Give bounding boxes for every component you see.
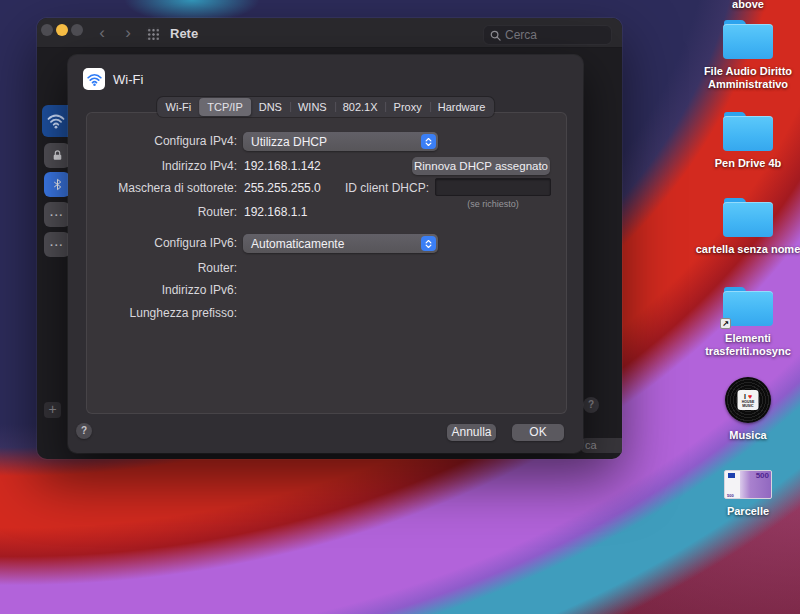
sheet-help-button[interactable]: ? bbox=[76, 423, 92, 439]
zoom-button[interactable] bbox=[71, 24, 83, 36]
ipv4-address-value: 192.168.1.142 bbox=[244, 157, 321, 176]
dhcp-client-id-label: ID client DHCP: bbox=[317, 179, 429, 198]
tcpip-sheet: Wi-Fi Wi-Fi TCP/IP DNS WINS 802.1X Proxy… bbox=[68, 55, 583, 453]
wifi-icon bbox=[46, 111, 66, 131]
search-field[interactable] bbox=[483, 25, 612, 45]
desktop-icon-pen-drive[interactable]: Pen Drive 4b bbox=[693, 112, 800, 170]
sheet-title: Wi-Fi bbox=[113, 72, 143, 87]
dhcp-client-id-hint: (se richiesto) bbox=[435, 199, 551, 209]
window-titlebar[interactable]: ‹ › Rete bbox=[37, 18, 622, 48]
tab-proxy[interactable]: Proxy bbox=[386, 98, 430, 116]
ellipsis-icon: ··· bbox=[50, 239, 64, 251]
back-icon[interactable]: ‹ bbox=[93, 22, 111, 44]
window-title: Rete bbox=[170, 26, 198, 41]
minimize-button[interactable] bbox=[56, 24, 68, 36]
prefix-length-label: Lunghezza prefisso: bbox=[87, 304, 237, 323]
sidebar-item-service-1[interactable]: ··· bbox=[44, 202, 70, 227]
desktop-icon-file-audio[interactable]: File Audio Diritto Amministrativo bbox=[693, 20, 800, 91]
tab-bar: Wi-Fi TCP/IP DNS WINS 802.1X Proxy Hardw… bbox=[157, 97, 495, 117]
tab-wins[interactable]: WINS bbox=[290, 98, 335, 116]
ipv4-config-label: Configura IPv4: bbox=[87, 132, 237, 151]
desktop-icon-elementi-trasferiti[interactable]: ↗ Elementi trasferiti.nosync bbox=[693, 287, 800, 358]
show-all-grid-icon[interactable] bbox=[146, 27, 159, 40]
tab-wifi[interactable]: Wi-Fi bbox=[158, 98, 200, 116]
desktop-icon-cut[interactable]: above bbox=[693, 0, 800, 11]
lock-icon bbox=[51, 149, 64, 162]
desktop-icon-cartella-senza-nome[interactable]: cartella senza nome bbox=[693, 198, 800, 256]
window-help-button[interactable]: ? bbox=[583, 397, 599, 413]
ok-button[interactable]: OK bbox=[512, 424, 564, 441]
apply-button-partial[interactable]: ca bbox=[581, 438, 622, 453]
desktop-icon-label: Parcelle bbox=[693, 505, 800, 518]
desktop-icon-label: File Audio Diritto Amministrativo bbox=[693, 65, 800, 91]
bluetooth-icon bbox=[51, 178, 64, 191]
folder-icon bbox=[723, 112, 773, 151]
tab-dns[interactable]: DNS bbox=[251, 98, 290, 116]
dhcp-client-id-field[interactable] bbox=[435, 178, 551, 196]
tab-8021x[interactable]: 802.1X bbox=[335, 98, 386, 116]
search-icon bbox=[490, 30, 501, 41]
wifi-app-icon bbox=[83, 68, 105, 90]
eu-flag-icon bbox=[728, 473, 735, 478]
ipv6-config-label: Configura IPv6: bbox=[87, 234, 237, 253]
desktop-icon-label: Elementi trasferiti.nosync bbox=[693, 332, 800, 358]
banknote-icon: 500 500 bbox=[724, 470, 772, 499]
desktop-icon-label: Musica bbox=[693, 429, 800, 442]
network-window: ‹ › Rete bbox=[37, 18, 622, 459]
sidebar-item-bluetooth[interactable] bbox=[44, 172, 70, 197]
add-service-button[interactable]: + bbox=[44, 402, 61, 418]
close-button[interactable] bbox=[41, 24, 53, 36]
desktop-icon-label: above bbox=[693, 0, 800, 11]
desktop-icon-label: Pen Drive 4b bbox=[693, 157, 800, 170]
forward-icon[interactable]: › bbox=[119, 22, 137, 44]
router-v4-label: Router: bbox=[87, 203, 237, 222]
router-v6-label: Router: bbox=[87, 259, 237, 278]
search-input[interactable] bbox=[505, 28, 595, 42]
folder-icon bbox=[723, 198, 773, 237]
desktop-icon-musica[interactable]: I ♥ HOUSE MUSIC Musica bbox=[693, 377, 800, 442]
popup-stepper-icon bbox=[421, 236, 436, 251]
sidebar-item-service-2[interactable]: ··· bbox=[44, 232, 70, 257]
desktop-icon-parcelle[interactable]: 500 500 Parcelle bbox=[693, 470, 800, 518]
alias-arrow-icon: ↗ bbox=[720, 318, 731, 329]
ipv6-config-popup[interactable]: Automaticamente bbox=[243, 234, 438, 253]
tab-tcpip[interactable]: TCP/IP bbox=[199, 98, 250, 116]
ellipsis-icon: ··· bbox=[50, 209, 64, 221]
vinyl-record-label: I ♥ HOUSE MUSIC bbox=[738, 390, 759, 410]
folder-alias-icon: ↗ bbox=[723, 287, 773, 326]
folder-icon bbox=[723, 20, 773, 59]
cancel-button[interactable]: Annulla bbox=[447, 424, 496, 441]
popup-stepper-icon bbox=[421, 134, 436, 149]
ipv4-config-popup[interactable]: Utilizza DHCP bbox=[243, 132, 438, 151]
subnet-value: 255.255.255.0 bbox=[244, 179, 321, 198]
vinyl-record-icon: I ♥ HOUSE MUSIC bbox=[725, 377, 771, 423]
heart-icon: ♥ bbox=[748, 393, 752, 400]
renew-dhcp-button[interactable]: Rinnova DHCP assegnato bbox=[412, 157, 550, 175]
subnet-label: Maschera di sottorete: bbox=[87, 179, 237, 198]
router-v4-value: 192.168.1.1 bbox=[244, 203, 307, 222]
ipv6-address-label: Indirizzo IPv6: bbox=[87, 281, 237, 300]
sidebar-item-lock[interactable] bbox=[44, 143, 70, 168]
desktop-wallpaper: above File Audio Diritto Amministrativo … bbox=[0, 0, 800, 614]
desktop-icon-label: cartella senza nome bbox=[693, 243, 800, 256]
tab-hardware[interactable]: Hardware bbox=[430, 98, 494, 116]
ipv4-address-label: Indirizzo IPv4: bbox=[87, 157, 237, 176]
tcpip-form: Configura IPv4: Utilizza DHCP Indirizzo … bbox=[86, 112, 567, 414]
